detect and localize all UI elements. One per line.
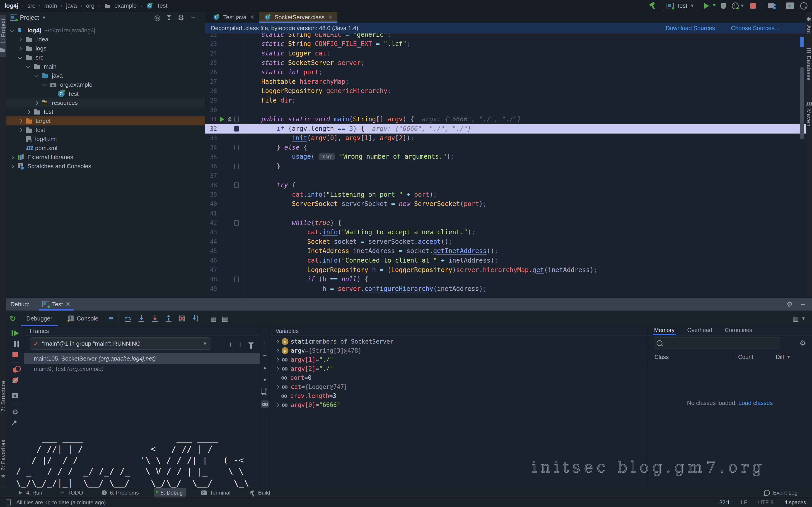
tab-debugger[interactable]: Debugger (21, 311, 58, 326)
close-icon[interactable]: ✕ (250, 14, 255, 20)
thread-selector[interactable]: ✓ "main"@1 in group "main": RUNNING ▼ (30, 337, 211, 350)
memory-tab-overhead[interactable]: Overhead (687, 327, 712, 335)
step-over-icon[interactable] (123, 314, 132, 323)
chevron-down-icon[interactable]: ▼ (42, 15, 46, 20)
view-breakpoints-icon[interactable] (13, 368, 18, 373)
breadcrumb-item-src[interactable]: src (28, 2, 35, 9)
tree-item-java[interactable]: java (6, 71, 205, 80)
stop-button[interactable] (750, 3, 756, 9)
column-class[interactable]: Class (648, 352, 733, 362)
memory-tab-memory[interactable]: Memory (654, 327, 674, 335)
tree-item-test[interactable]: Test (6, 89, 205, 98)
tree-item--idea[interactable]: .idea (6, 35, 205, 44)
editor-tab-test-java[interactable]: Test.java✕ (208, 12, 259, 23)
code-line-29[interactable]: 29 File dir; (205, 96, 806, 105)
memory-search-field[interactable] (653, 337, 780, 349)
thread-dump-camera-icon[interactable] (12, 393, 18, 398)
sidebar-item-maven[interactable]: m Maven (806, 100, 812, 126)
variable-row-argv-0-[interactable]: ooargv[0] = "6666" (270, 400, 648, 409)
mute-breakpoints-icon[interactable] (12, 378, 18, 383)
variable-row-argv-2-[interactable]: ooargv[2] = "./" (270, 364, 648, 373)
code-line-37[interactable]: 37 (205, 171, 806, 181)
drop-frame-icon[interactable] (178, 314, 187, 323)
code-line-27[interactable]: 27 Hashtable hierarchyMap; (205, 77, 806, 87)
code-line-47[interactable]: 47 LoggerRepository h = (LoggerRepositor… (205, 265, 806, 275)
tree-item-external-libraries[interactable]: External Libraries (6, 153, 205, 162)
run-button[interactable] (704, 3, 709, 9)
tree-expander-icon[interactable] (18, 37, 22, 42)
code-line-26[interactable]: 26 static int port; (205, 67, 806, 77)
code-line-41[interactable]: 41 (205, 209, 806, 218)
code-line-38[interactable]: 38 try { (205, 181, 806, 190)
variable-row-cat[interactable]: oocat = {Logger@747} (270, 382, 648, 391)
close-icon[interactable]: ✕ (66, 301, 71, 308)
move-watch-down-button[interactable]: ▼ (261, 376, 269, 384)
load-classes-link[interactable]: Load classes (739, 399, 773, 406)
pin-tab-icon[interactable] (13, 420, 17, 424)
tree-item-main[interactable]: main (6, 62, 205, 71)
breadcrumb-item-java[interactable]: java (66, 2, 77, 9)
tree-item-test[interactable]: test (6, 125, 205, 134)
file-encoding[interactable]: UTF-8 (758, 499, 773, 506)
step-out-icon[interactable] (164, 314, 173, 323)
project-structure-icon[interactable] (768, 3, 774, 8)
code-line-33[interactable]: 33 init(argv[0], argv[1], argv[2]); (205, 133, 806, 143)
variable-row-port[interactable]: ooport = 0 (270, 373, 648, 382)
code-line-28[interactable]: 28 LoggerRepository genericHierarchy; (205, 87, 806, 96)
tree-expander-icon[interactable] (34, 73, 38, 77)
variable-row-argv[interactable]: pargv = {String[3]@478} (270, 346, 648, 355)
code-editor[interactable]: 22 static String GENERIC = "generic";23 … (205, 34, 806, 298)
column-diff[interactable]: Diff ▼ (771, 354, 812, 360)
editor-tab-socketserver-class[interactable]: SocketServer.class✕ (259, 12, 337, 23)
stack-frame-row[interactable]: main:9, Test (org.example) (24, 364, 260, 374)
build-hammer-icon[interactable] (649, 2, 657, 10)
toolwindow-button-build[interactable]: Build (246, 488, 273, 498)
run-line-icon[interactable] (220, 117, 224, 122)
sidebar-item-database[interactable]: Database (806, 48, 812, 81)
sidebar-item-project[interactable]: 1: Project (0, 15, 6, 57)
tree-expander-icon[interactable] (26, 64, 30, 68)
run-configuration-select[interactable]: Test ▼ (663, 1, 698, 11)
tree-expander-icon[interactable] (275, 357, 279, 362)
resume-button[interactable] (14, 330, 19, 336)
tree-item-log4j-iml[interactable]: log4j.iml (6, 134, 205, 144)
tree-item-scratches-and-consoles[interactable]: Scratches and Consoles (6, 162, 205, 171)
tree-expander-icon[interactable] (18, 55, 22, 59)
evaluate-expression-icon[interactable]: ▦ (210, 315, 217, 323)
variable-row-argv-1-[interactable]: ooargv[1] = "./" (270, 355, 648, 364)
tree-item-org-example[interactable]: org.example (6, 80, 205, 89)
frame-down-icon[interactable]: ↓ (239, 340, 242, 348)
tree-item-resources[interactable]: resources (6, 98, 205, 107)
toolwindow-button-terminal[interactable]: Terminal (198, 488, 234, 498)
memory-tab-coroutines[interactable]: Coroutines (725, 327, 752, 335)
remove-watch-button[interactable]: − (261, 351, 269, 359)
stop-button[interactable] (12, 352, 18, 357)
run-with-coverage-button[interactable] (721, 3, 726, 9)
breadcrumb-item-main[interactable]: main (44, 2, 57, 9)
hide-frames-filter-icon[interactable] (248, 342, 254, 346)
tree-item-test[interactable]: test (6, 107, 205, 116)
tree-expander-icon[interactable] (42, 82, 46, 86)
column-count[interactable]: Count (733, 352, 771, 362)
tree-expander-icon[interactable] (275, 385, 279, 389)
tree-item-src[interactable]: src (6, 53, 205, 62)
tree-expander-icon[interactable] (275, 367, 279, 371)
rerun-icon[interactable]: ↻ (9, 314, 16, 323)
frame-up-icon[interactable]: ↑ (229, 340, 232, 348)
code-line-42[interactable]: 42 while(true) { (205, 218, 806, 228)
tree-item-target[interactable]: target (6, 116, 205, 125)
code-line-40[interactable]: 40 ServerSocket serverSocket = new Serve… (205, 200, 806, 209)
toolwindow-button-4-run[interactable]: 4: Run (15, 488, 46, 498)
code-line-49[interactable]: 49 h = server.configureHierarchy(inetAdd… (205, 284, 806, 293)
tree-expander-icon[interactable] (18, 119, 22, 123)
tree-item-log4j[interactable]: log4j~/d4m1ts/java/log4j (6, 26, 205, 35)
step-into-icon[interactable] (137, 314, 146, 323)
collapse-all-icon[interactable] (167, 15, 171, 20)
tree-expander-icon[interactable] (26, 110, 30, 114)
code-line-36[interactable]: 36 } (205, 162, 806, 171)
breadcrumb-item-test[interactable]: Test (146, 2, 167, 10)
debug-session-tab[interactable]: Test ✕ (39, 298, 73, 311)
search-everywhere-icon[interactable] (800, 2, 807, 9)
indent-setting[interactable]: 4 spaces (784, 499, 806, 506)
duplicate-watch-button[interactable] (261, 388, 269, 396)
